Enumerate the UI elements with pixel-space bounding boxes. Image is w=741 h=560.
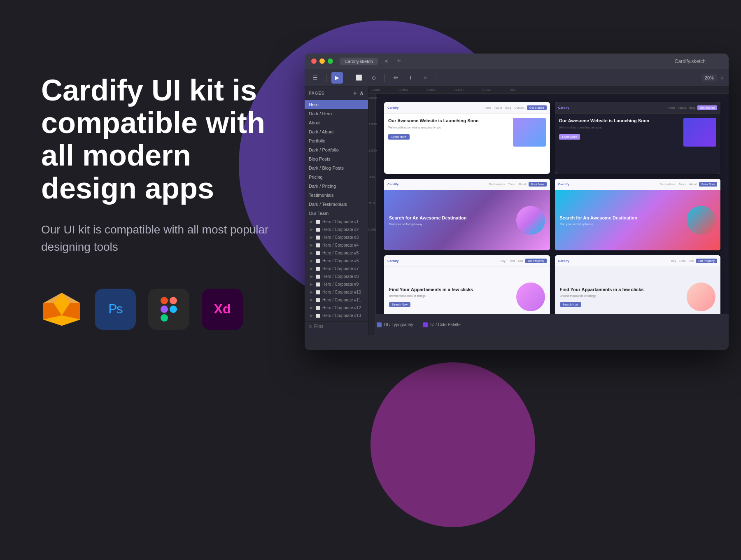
- card-cta-btn[interactable]: Book Now: [529, 182, 547, 187]
- card-cta-btn[interactable]: Get Started: [697, 105, 717, 110]
- travel2-sub: Find your perfect getaway: [560, 223, 637, 226]
- realestate1-circle: [516, 282, 545, 311]
- add-page-button[interactable]: +: [353, 90, 357, 96]
- layer-label: Hero / Corporate #3: [322, 235, 359, 240]
- pages-label: PAGES: [309, 91, 324, 96]
- page-item-pricing[interactable]: Pricing: [305, 173, 368, 182]
- corp1-title: Our Awesome Website is Launching Soon: [388, 118, 510, 124]
- card-cta-btn[interactable]: List Property: [525, 259, 546, 263]
- layer-item-corp1[interactable]: ▶ ⬜ Hero / Corporate #1: [305, 218, 368, 226]
- layer-label: Hero / Corporate #12: [322, 306, 361, 310]
- layer-item-corp13[interactable]: ▶ ⬜ Hero / Corporate #13: [305, 312, 368, 320]
- corp1-btn[interactable]: Learn More: [388, 134, 410, 140]
- layer-item-corp10[interactable]: ▶ ⬜ Hero / Corporate #10: [305, 288, 368, 296]
- comment-tool[interactable]: ○: [419, 72, 431, 84]
- layer-item-corp7[interactable]: ▶ ⬜ Hero / Corporate #7: [305, 265, 368, 273]
- page-item-testimonials[interactable]: Testimonials: [305, 191, 368, 200]
- frame-icon: ⬜: [316, 243, 320, 247]
- filter-label: Filter: [314, 324, 323, 329]
- shape-tool[interactable]: ◇: [368, 72, 380, 84]
- page-item-our-team[interactable]: Our Team: [305, 209, 368, 218]
- frame-icon: ⬜: [316, 282, 320, 287]
- page-item-dark-pricing[interactable]: Dark / Pricing: [305, 182, 368, 191]
- preview-card-corp1[interactable]: Hero / Corporate #1 Cardify Home About B…: [384, 102, 550, 174]
- layer-item-corp11[interactable]: ▶ ⬜ Hero / Corporate #11: [305, 296, 368, 304]
- canvas-area: -3,060 -2,550 -2,040 -1,530 -1,020 -510 …: [368, 86, 729, 335]
- layer-typography-label: UI / Typography: [384, 322, 413, 327]
- page-item-portfolio[interactable]: Portfolio: [305, 136, 368, 145]
- pen-tool[interactable]: ✏: [390, 72, 401, 84]
- layer-arrow: ▶: [310, 282, 313, 286]
- layer-item-corp3[interactable]: ▶ ⬜ Hero / Corporate #3: [305, 233, 368, 241]
- layer-item-corp4[interactable]: ▶ ⬜ Hero / Corporate #4: [305, 241, 368, 249]
- realestate2-btn[interactable]: Search Now: [560, 302, 581, 307]
- layer-typography[interactable]: UI / Typography: [373, 321, 416, 329]
- layer-arrow: ▶: [310, 251, 313, 255]
- layer-arrow: ▶: [310, 220, 313, 224]
- preview-card-travel2[interactable]: Hero / Travel #2 Cardify Destinations To…: [555, 179, 721, 250]
- page-item-dark-about[interactable]: Dark / About: [305, 127, 368, 136]
- card-nav: Destinations Tours About: [659, 183, 697, 186]
- ps-label: Ps: [108, 301, 122, 317]
- zoom-plus-button[interactable]: +: [720, 75, 724, 81]
- layer-item-corp12[interactable]: ▶ ⬜ Hero / Corporate #12: [305, 304, 368, 312]
- close-traffic-light[interactable]: [311, 58, 317, 64]
- select-tool[interactable]: ▶: [331, 72, 343, 84]
- pages-header-buttons: + ∧: [353, 90, 364, 96]
- layer-item-corp9[interactable]: ▶ ⬜ Hero / Corporate #9: [305, 280, 368, 288]
- bg-blob-pink: [370, 362, 535, 527]
- page-item-blog[interactable]: Blog Posts: [305, 154, 368, 163]
- card-logo: Cardify: [558, 106, 570, 110]
- traffic-lights: [311, 58, 333, 64]
- layer-item-corp5[interactable]: ▶ ⬜ Hero / Corporate #5: [305, 249, 368, 257]
- collapse-pages-button[interactable]: ∧: [359, 90, 364, 96]
- text-tool[interactable]: T: [405, 72, 416, 84]
- maximize-traffic-light[interactable]: [328, 58, 333, 64]
- page-item-dark-hero[interactable]: Dark / Hero: [305, 109, 368, 118]
- ruler-mark: -1,020: [482, 88, 492, 92]
- frame-tool[interactable]: ⬜: [353, 72, 365, 84]
- svg-rect-7: [161, 306, 168, 313]
- card-nav: Home About Blog Contact: [484, 106, 524, 109]
- layer-arrow: ▶: [310, 306, 313, 310]
- editor-body: PAGES + ∧ Hero Dark / Hero About Dark / …: [305, 86, 729, 335]
- realestate2-sub: Browse thousands of listings: [560, 294, 684, 297]
- layer-item-corp6[interactable]: ▶ ⬜ Hero / Corporate #6: [305, 257, 368, 265]
- svg-rect-9: [161, 314, 168, 322]
- layer-label: Hero / Corporate #13: [322, 313, 361, 318]
- realestate2-title: Find Your Appartaments in a few clicks: [560, 287, 684, 292]
- layer-label: Hero / Corporate #6: [322, 259, 359, 263]
- zoom-value: 20%: [705, 75, 714, 80]
- layer-item-corp2[interactable]: ▶ ⬜ Hero / Corporate #2: [305, 226, 368, 233]
- preview-card-travel1[interactable]: Hero / Travel #1 Cardify Destinations To…: [384, 179, 550, 250]
- layer-label: Hero / Corporate #11: [322, 298, 361, 302]
- figma-icon: [158, 295, 179, 324]
- preview-card-corp2[interactable]: Hero / Corporate #2 Cardify Home About B…: [555, 102, 721, 174]
- realestate1-btn[interactable]: Search Now: [389, 302, 410, 307]
- minimize-traffic-light[interactable]: [319, 58, 325, 64]
- card-cta-btn[interactable]: Book Now: [699, 182, 717, 187]
- window-tab[interactable]: Cardify.sketch: [340, 58, 378, 65]
- pages-header: PAGES + ∧: [305, 86, 368, 100]
- card-cta-btn[interactable]: Get Started: [527, 105, 547, 110]
- tab-close-button[interactable]: ✕: [383, 58, 390, 65]
- layer-arrow: ▶: [310, 275, 313, 278]
- realestate2-circle: [687, 282, 715, 311]
- page-item-about[interactable]: About: [305, 118, 368, 127]
- layer-arrow: ▶: [310, 236, 313, 239]
- page-item-dark-blog[interactable]: Dark / Blog Posts: [305, 163, 368, 173]
- layer-colorpalette[interactable]: UI / ColorPalette: [419, 321, 464, 329]
- filter-row: ⊙ Filter: [305, 321, 368, 331]
- page-item-dark-testimonials[interactable]: Dark / Testimonials: [305, 200, 368, 209]
- page-item-dark-portfolio[interactable]: Dark / Portfolio: [305, 145, 368, 154]
- corp1-image: [513, 118, 546, 147]
- menu-icon[interactable]: ☰: [310, 72, 321, 84]
- card-cta-btn[interactable]: List Property: [696, 259, 717, 263]
- travel1-circle: [516, 206, 545, 235]
- layer-label: Hero / Corporate #4: [322, 243, 359, 247]
- tab-add-button[interactable]: +: [397, 57, 401, 65]
- page-item-hero[interactable]: Hero: [305, 100, 368, 109]
- corp2-btn[interactable]: Learn More: [559, 134, 580, 140]
- layer-item-corp8[interactable]: ▶ ⬜ Hero / Corporate #8: [305, 273, 368, 280]
- layer-label: Hero / Corporate #2: [322, 227, 359, 232]
